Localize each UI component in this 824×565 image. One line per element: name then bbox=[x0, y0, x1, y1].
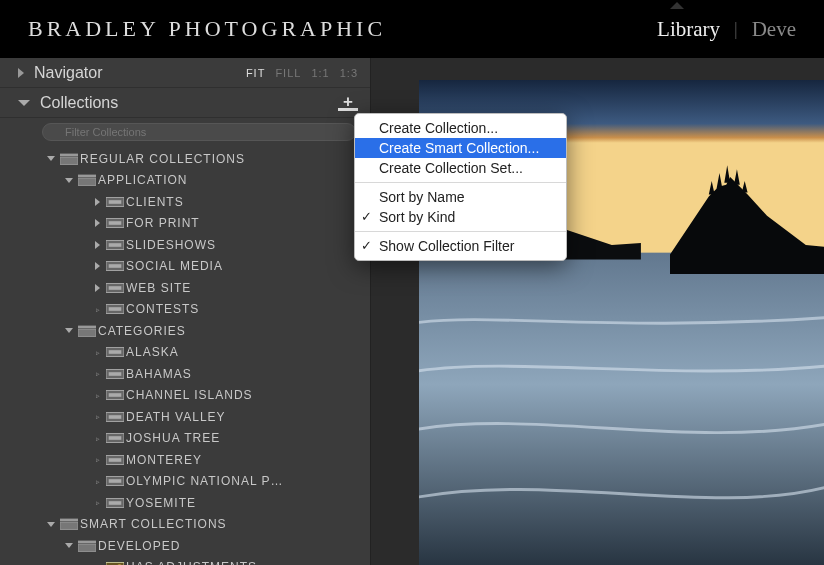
svg-rect-33 bbox=[109, 479, 122, 483]
svg-rect-13 bbox=[109, 264, 122, 268]
svg-rect-21 bbox=[109, 350, 122, 354]
dotted-caret-icon: ▹ bbox=[96, 306, 99, 313]
tree-label: CONTESTS bbox=[126, 302, 199, 316]
tree-label: BAHAMAS bbox=[126, 367, 192, 381]
menu-show-collection-filter[interactable]: ✓Show Collection Filter bbox=[355, 236, 566, 256]
tree-item[interactable]: ▹HAS ADJUSTMENTS bbox=[6, 557, 364, 566]
add-collection-button[interactable]: + bbox=[338, 95, 358, 111]
svg-rect-39 bbox=[78, 544, 96, 551]
module-develop[interactable]: Deve bbox=[752, 17, 796, 42]
tree-label: MONTEREY bbox=[126, 453, 202, 467]
tree-label: APPLICATION bbox=[98, 173, 187, 187]
tree-label: DEVELOPED bbox=[98, 539, 180, 553]
tree-item[interactable]: CLIENTS bbox=[6, 191, 364, 213]
tree-label: SOCIAL MEDIA bbox=[126, 259, 223, 273]
tree-item[interactable]: ▹MONTEREY bbox=[6, 449, 364, 471]
chevron-down-icon bbox=[65, 543, 73, 548]
smart-collection-icon bbox=[104, 561, 126, 565]
collections-panel-header[interactable]: Collections + bbox=[0, 88, 370, 118]
menu-create-collection-set[interactable]: Create Collection Set... bbox=[355, 158, 566, 178]
dotted-caret-icon: ▹ bbox=[96, 435, 99, 442]
svg-rect-43 bbox=[419, 253, 824, 565]
tree-label: WEB SITE bbox=[126, 281, 191, 295]
tree-item[interactable]: ▹BAHAMAS bbox=[6, 363, 364, 385]
tree-group-smart[interactable]: SMART COLLECTIONS bbox=[6, 514, 364, 536]
navigator-title: Navigator bbox=[34, 64, 246, 82]
menu-divider bbox=[355, 182, 566, 183]
tree-label: JOSHUA TREE bbox=[126, 431, 220, 445]
tree-label: FOR PRINT bbox=[126, 216, 200, 230]
zoom-fill[interactable]: FILL bbox=[275, 67, 301, 79]
zoom-fit[interactable]: FIT bbox=[246, 67, 266, 79]
collections-tree: REGULAR COLLECTIONS APPLICATION CLIENTS … bbox=[0, 146, 370, 565]
menu-create-smart-collection[interactable]: Create Smart Collection... bbox=[355, 138, 566, 158]
zoom-1-1[interactable]: 1:1 bbox=[311, 67, 329, 79]
chevron-down-icon bbox=[47, 156, 55, 161]
tree-group-categories[interactable]: CATEGORIES bbox=[6, 320, 364, 342]
module-library[interactable]: Library bbox=[657, 17, 720, 42]
left-panel: Navigator FIT FILL 1:1 1:3 Collections + bbox=[0, 58, 371, 565]
tree-group-developed[interactable]: DEVELOPED bbox=[6, 535, 364, 557]
collection-icon bbox=[104, 346, 126, 358]
tree-label: YOSEMITE bbox=[126, 496, 196, 510]
collection-icon bbox=[104, 389, 126, 401]
top-bar: BRADLEY PHOTOGRAPHIC Library | Deve bbox=[0, 0, 824, 58]
add-collection-context-menu: Create Collection... Create Smart Collec… bbox=[354, 113, 567, 261]
tree-item[interactable]: ▹CHANNEL ISLANDS bbox=[6, 385, 364, 407]
dotted-caret-icon: ▹ bbox=[96, 370, 99, 377]
svg-rect-3 bbox=[60, 157, 78, 164]
menu-sort-by-kind[interactable]: ✓Sort by Kind bbox=[355, 207, 566, 227]
tree-label: CHANNEL ISLANDS bbox=[126, 388, 253, 402]
collection-icon bbox=[104, 454, 126, 466]
collection-set-icon bbox=[58, 153, 80, 165]
panel-collapse-caret[interactable] bbox=[670, 2, 684, 9]
check-icon: ✓ bbox=[361, 209, 372, 224]
collections-title: Collections bbox=[40, 94, 338, 112]
menu-create-collection[interactable]: Create Collection... bbox=[355, 118, 566, 138]
navigator-panel-header[interactable]: Navigator FIT FILL 1:1 1:3 bbox=[0, 58, 370, 88]
filter-collections-input[interactable] bbox=[42, 123, 356, 141]
svg-rect-7 bbox=[109, 200, 122, 204]
svg-rect-2 bbox=[60, 153, 78, 156]
check-icon: ✓ bbox=[361, 238, 372, 253]
tree-group-regular[interactable]: REGULAR COLLECTIONS bbox=[6, 148, 364, 170]
tree-item[interactable]: ▹JOSHUA TREE bbox=[6, 428, 364, 450]
chevron-right-icon bbox=[18, 68, 24, 78]
svg-rect-5 bbox=[78, 178, 96, 185]
tree-item[interactable]: SLIDESHOWS bbox=[6, 234, 364, 256]
tree-item[interactable]: FOR PRINT bbox=[6, 213, 364, 235]
svg-rect-25 bbox=[109, 393, 122, 397]
dotted-caret-icon: ▹ bbox=[96, 349, 99, 356]
chevron-down-icon bbox=[65, 328, 73, 333]
svg-rect-38 bbox=[78, 540, 96, 543]
menu-divider bbox=[355, 231, 566, 232]
navigator-zoom-options: FIT FILL 1:1 1:3 bbox=[246, 67, 358, 79]
collection-icon bbox=[104, 497, 126, 509]
tree-label: SMART COLLECTIONS bbox=[80, 517, 227, 531]
dotted-caret-icon: ▹ bbox=[96, 499, 99, 506]
chevron-down-icon bbox=[47, 522, 55, 527]
svg-rect-15 bbox=[109, 286, 122, 290]
tree-item[interactable]: ▹YOSEMITE bbox=[6, 492, 364, 514]
collection-icon bbox=[104, 432, 126, 444]
svg-rect-17 bbox=[109, 307, 122, 311]
svg-rect-11 bbox=[109, 243, 122, 247]
chevron-right-icon bbox=[95, 284, 100, 292]
tree-item[interactable]: SOCIAL MEDIA bbox=[6, 256, 364, 278]
svg-rect-23 bbox=[109, 372, 122, 376]
collection-icon bbox=[104, 196, 126, 208]
svg-rect-35 bbox=[109, 501, 122, 505]
module-separator: | bbox=[734, 19, 738, 40]
tree-item[interactable]: ▹CONTESTS bbox=[6, 299, 364, 321]
tree-item[interactable]: WEB SITE bbox=[6, 277, 364, 299]
tree-item[interactable]: ▹DEATH VALLEY bbox=[6, 406, 364, 428]
svg-rect-9 bbox=[109, 221, 122, 225]
zoom-1-3[interactable]: 1:3 bbox=[340, 67, 358, 79]
tree-group-application[interactable]: APPLICATION bbox=[6, 170, 364, 192]
tree-item[interactable]: ▹ALASKA bbox=[6, 342, 364, 364]
svg-rect-29 bbox=[109, 436, 122, 440]
tree-item[interactable]: ▹OLYMPIC NATIONAL P… bbox=[6, 471, 364, 493]
dotted-caret-icon: ▹ bbox=[96, 392, 99, 399]
menu-sort-by-name[interactable]: Sort by Name bbox=[355, 187, 566, 207]
svg-rect-31 bbox=[109, 458, 122, 462]
